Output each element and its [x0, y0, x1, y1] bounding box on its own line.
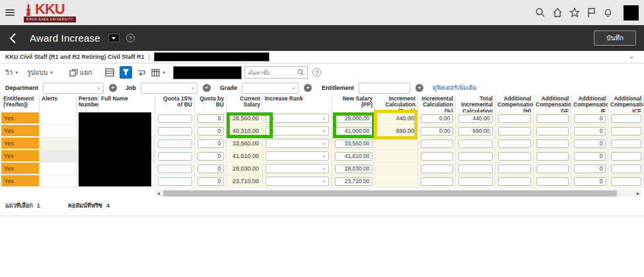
- comp-h-input[interactable]: [498, 127, 531, 136]
- filter-toggle-icon-active[interactable]: [120, 66, 132, 79]
- comp-gf-input[interactable]: [536, 127, 569, 136]
- col-header-new-salary[interactable]: New Salary (PP): [332, 95, 375, 112]
- quota15-input[interactable]: [158, 177, 192, 186]
- comp-gf-input[interactable]: [536, 152, 569, 161]
- comp-icf-input[interactable]: [611, 139, 641, 148]
- quota-bu-input[interactable]: [197, 114, 224, 123]
- incremental-pct-input[interactable]: [421, 165, 453, 173]
- back-button[interactable]: [9, 33, 17, 44]
- user-avatar-redacted[interactable]: [624, 5, 639, 20]
- incremental-pct-input[interactable]: [421, 127, 453, 136]
- job-filter-select[interactable]: [141, 83, 197, 94]
- comp-h-input[interactable]: [498, 152, 531, 161]
- hamburger-menu-icon[interactable]: [5, 9, 15, 16]
- save-button[interactable]: บันทึก: [594, 30, 636, 46]
- col-header-incremental-pct[interactable]: Incremental Calculation (%): [418, 95, 456, 112]
- col-header-alerts[interactable]: Alerts: [40, 95, 77, 112]
- comp-if-input[interactable]: [574, 177, 606, 186]
- increase-rank-select[interactable]: ∨: [266, 164, 329, 173]
- total-incremental-input[interactable]: [458, 165, 493, 173]
- add-filter-icon[interactable]: +: [304, 84, 312, 92]
- more-filters-link[interactable]: ดูฟิลเตอร์เพิ่มเติม: [433, 83, 477, 93]
- quota-bu-input[interactable]: [197, 139, 224, 148]
- comp-icf-input[interactable]: [611, 165, 641, 173]
- quota15-input[interactable]: [158, 127, 192, 136]
- col-header-total-incremental[interactable]: Total Incremental Calculation: [456, 95, 495, 112]
- favorites-star-icon[interactable]: [569, 7, 580, 18]
- help-icon[interactable]: ?: [126, 34, 135, 42]
- col-header-current-salary[interactable]: Current Salary: [227, 95, 263, 112]
- comp-h-input[interactable]: [498, 114, 531, 123]
- quota-bu-input[interactable]: [197, 127, 224, 136]
- comp-if-input[interactable]: [574, 127, 606, 136]
- increase-rank-select[interactable]: ∨: [266, 151, 329, 161]
- department-filter-select[interactable]: [43, 83, 104, 94]
- comp-icf-input[interactable]: [611, 114, 641, 123]
- new-salary-input[interactable]: [335, 152, 373, 161]
- new-salary-input[interactable]: [335, 139, 373, 148]
- total-incremental-input[interactable]: [458, 177, 493, 186]
- comp-gf-input[interactable]: [536, 165, 569, 173]
- increase-rank-select[interactable]: .0∨: [266, 114, 329, 123]
- home-icon[interactable]: [552, 7, 563, 18]
- comp-h-input[interactable]: [498, 139, 531, 148]
- comp-icf-input[interactable]: [611, 152, 641, 161]
- comp-if-input[interactable]: [574, 114, 606, 123]
- comp-icf-input[interactable]: [611, 127, 641, 136]
- comp-h-input[interactable]: [498, 165, 531, 173]
- new-salary-input[interactable]: [335, 165, 373, 173]
- total-incremental-input[interactable]: [458, 114, 493, 123]
- entitlement-filter-input[interactable]: [359, 83, 410, 94]
- new-salary-input[interactable]: [335, 177, 373, 186]
- col-header-comp-gf[interactable]: Additional Compensation GF: [534, 95, 571, 112]
- incremental-pct-input[interactable]: [421, 177, 453, 186]
- quota15-input[interactable]: [158, 139, 192, 148]
- total-incremental-input[interactable]: [458, 152, 493, 161]
- comp-if-input[interactable]: [574, 165, 606, 173]
- scrollbar-thumb[interactable]: [163, 190, 617, 196]
- quota15-input[interactable]: [158, 152, 192, 161]
- flag-icon[interactable]: [587, 7, 596, 18]
- comp-icf-input[interactable]: [611, 177, 641, 186]
- horizontal-scrollbar[interactable]: ◄ ►: [155, 190, 641, 197]
- col-header-quota-bu[interactable]: Quota by BU: [195, 95, 227, 112]
- comp-gf-input[interactable]: [536, 177, 569, 186]
- help-icon[interactable]: ?: [312, 68, 321, 77]
- col-header-comp-h[interactable]: Additional Compensation (H): [495, 95, 534, 112]
- increase-rank-select[interactable]: ∨: [266, 139, 329, 148]
- quota15-input[interactable]: [158, 114, 192, 123]
- detach-button[interactable]: แยก: [69, 67, 92, 77]
- add-filter-icon[interactable]: +: [415, 84, 423, 92]
- col-header-full-name[interactable]: Full Name: [99, 95, 155, 112]
- grade-filter-select[interactable]: [242, 83, 299, 94]
- col-header-increase-rank[interactable]: Increase Rank: [263, 95, 332, 112]
- comp-if-input[interactable]: [574, 139, 606, 148]
- search-input[interactable]: [248, 69, 297, 76]
- comp-if-input[interactable]: [574, 152, 606, 161]
- quota15-input[interactable]: [158, 165, 192, 173]
- col-header-person-number[interactable]: Person Number: [77, 95, 99, 112]
- scroll-right-icon[interactable]: ►: [635, 190, 641, 197]
- quota-bu-input[interactable]: [197, 152, 224, 161]
- incremental-pct-input[interactable]: [421, 139, 453, 148]
- comp-gf-input[interactable]: [536, 139, 569, 148]
- comp-gf-input[interactable]: [536, 114, 569, 123]
- search-box[interactable]: [244, 66, 308, 79]
- add-filter-icon[interactable]: +: [203, 84, 211, 92]
- search-icon[interactable]: [535, 7, 546, 18]
- quota-bu-input[interactable]: [197, 165, 224, 173]
- col-header-comp-icf[interactable]: Additional Compensation ICF: [608, 95, 644, 112]
- scroll-left-icon[interactable]: ◄: [155, 190, 162, 197]
- scrollbar-track[interactable]: [162, 190, 635, 197]
- col-header-quota15[interactable]: Quota 15% of BU: [155, 95, 195, 112]
- freeze-icon[interactable]: [105, 68, 114, 77]
- increase-rank-select[interactable]: ∨: [266, 177, 329, 186]
- video-tutorial-icon[interactable]: [108, 34, 120, 42]
- increase-rank-select[interactable]: .5∨: [266, 126, 329, 136]
- notifications-bell-icon[interactable]: [603, 7, 613, 18]
- incremental-pct-input[interactable]: [421, 114, 453, 123]
- add-filter-icon[interactable]: +: [109, 84, 117, 92]
- total-incremental-input[interactable]: [458, 139, 493, 148]
- comp-h-input[interactable]: [498, 177, 531, 186]
- incremental-pct-input[interactable]: [421, 152, 453, 161]
